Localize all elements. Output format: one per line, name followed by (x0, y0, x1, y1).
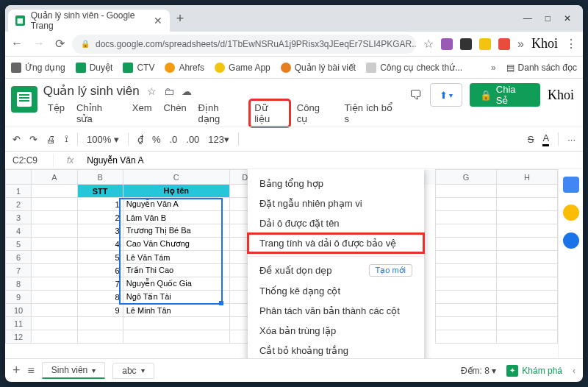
column-header[interactable]: C (123, 170, 229, 185)
currency-button[interactable]: ₫ (137, 134, 143, 145)
row-header[interactable]: 3 (6, 211, 32, 224)
tab-close-icon[interactable]: ✕ (154, 15, 162, 26)
nav-forward-button[interactable]: → (33, 37, 45, 51)
cell[interactable]: Ngô Tấn Tài (123, 291, 229, 304)
menu-item-remove-duplicates[interactable]: Xóa bản trùng lặp (248, 321, 424, 341)
row-header[interactable]: 1 (6, 185, 32, 198)
menu-item-randomize[interactable]: Đặt ngẫu nhiên phạm vi (248, 194, 424, 213)
select-all-corner[interactable] (6, 170, 32, 185)
menu-edit[interactable]: Chỉnh sửa (72, 100, 125, 127)
document-title[interactable]: Quản lý sinh viên (43, 83, 140, 99)
ext-icon-3[interactable] (479, 38, 491, 50)
cell[interactable]: 1 (77, 198, 123, 211)
zoom-select[interactable]: 100% ▾ (87, 134, 119, 145)
menu-insert[interactable]: Chèn (159, 100, 191, 127)
menu-data[interactable]: Dữ liệu (250, 100, 290, 127)
undo-button[interactable]: ↶ (12, 134, 21, 145)
cell[interactable]: 9 (77, 304, 123, 317)
row-header[interactable]: 2 (6, 198, 32, 211)
ext-icon-4[interactable] (498, 38, 510, 50)
star-icon[interactable]: ☆ (423, 37, 434, 51)
spreadsheet-grid[interactable]: A B C D G H 1STTHọ tên 21Nguyễn Văn A 32… (5, 169, 558, 358)
menu-addons[interactable]: Tiện ích bổ s (340, 100, 404, 127)
ext-icon-2[interactable] (460, 38, 472, 50)
cell[interactable]: Nguyễn Quốc Gia (123, 277, 229, 291)
column-header[interactable]: B (77, 170, 123, 185)
row-header[interactable]: 6 (6, 251, 32, 264)
row-header[interactable]: 5 (6, 238, 32, 251)
row-header[interactable]: 10 (6, 304, 32, 317)
cell[interactable]: 6 (77, 264, 123, 277)
formula-bar[interactable]: Nguyễn Văn A (87, 155, 143, 166)
name-box[interactable]: C2:C9 (10, 154, 54, 167)
menu-file[interactable]: Tệp (43, 100, 69, 127)
ext-more-icon[interactable]: » (517, 38, 524, 51)
new-tab-button[interactable]: + (170, 11, 190, 26)
cell[interactable]: Nguyễn Văn A (123, 198, 229, 211)
menu-item-protect-sheets[interactable]: Trang tính và dải ô được bảo vệ (248, 233, 424, 253)
browser-tab[interactable]: ▦ Quản lý sinh viên - Google Trang ✕ (8, 10, 170, 32)
url-input[interactable]: 🔒 docs.google.com/spreadsheets/d/1TbEwNS… (72, 35, 416, 54)
cell[interactable]: Lê Văn Tám (123, 251, 229, 264)
paint-format-button[interactable]: ⟟ (65, 133, 68, 145)
row-header[interactable]: 8 (6, 277, 32, 291)
account-avatar[interactable]: Khoi (548, 88, 574, 103)
cell[interactable]: Trương Thị Bé Ba (123, 224, 229, 238)
number-format-button[interactable]: 123▾ (208, 134, 229, 145)
window-minimize-button[interactable]: — (523, 13, 532, 24)
cell[interactable]: STT (77, 185, 123, 198)
cell[interactable]: 4 (77, 238, 123, 251)
profile-avatar[interactable]: Khoi (531, 36, 558, 52)
row-header[interactable]: 7 (6, 264, 32, 277)
bookmark-item[interactable]: CTV (123, 63, 154, 73)
sheets-logo[interactable] (11, 86, 37, 113)
cell[interactable]: Cao Văn Chương (123, 238, 229, 251)
cell[interactable]: 3 (77, 224, 123, 238)
share-button[interactable]: 🔒 Chia Sẻ (470, 83, 540, 107)
bookmark-item[interactable]: Công cụ check thứ... (366, 63, 462, 73)
cell[interactable]: Lê Minh Tân (123, 304, 229, 317)
comments-button[interactable]: 🗨 (409, 88, 423, 103)
cell[interactable]: 5 (77, 251, 123, 264)
side-panel-toggle[interactable]: ‹ (573, 366, 576, 376)
menu-item-cleanup[interactable]: Đề xuất dọn dẹpTạo mới (248, 260, 424, 281)
cell[interactable]: Trần Thi Cao (123, 264, 229, 277)
menu-format[interactable]: Định dạng (194, 100, 248, 127)
redo-button[interactable]: ↷ (29, 134, 37, 145)
explore-button[interactable]: ✦Khám phá (506, 365, 562, 377)
calendar-icon[interactable] (563, 177, 579, 193)
row-header[interactable]: 4 (6, 224, 32, 238)
menu-item-named-ranges[interactable]: Dải ô được đặt tên (248, 213, 424, 233)
browser-menu-icon[interactable]: ⋮ (565, 37, 577, 51)
window-close-button[interactable]: ✕ (564, 13, 571, 24)
reading-list[interactable]: ▤Danh sách đọc (506, 63, 577, 73)
move-icon[interactable]: 🗀 (164, 85, 174, 97)
cell[interactable]: Lâm Văn B (123, 211, 229, 224)
star-icon[interactable]: ☆ (147, 85, 157, 97)
bookmark-item[interactable]: Ahrefs (165, 63, 204, 73)
decimal-decrease-button[interactable]: .0 (169, 134, 177, 145)
window-maximize-button[interactable]: □ (545, 13, 551, 24)
percent-button[interactable]: % (152, 134, 161, 145)
cell[interactable]: 7 (77, 277, 123, 291)
text-color-button[interactable]: A (542, 132, 549, 146)
print-button[interactable]: 🖨 (46, 134, 56, 145)
create-new-button[interactable]: Tạo mới (369, 264, 413, 277)
cell[interactable]: 8 (77, 291, 123, 304)
bookmark-overflow[interactable]: » (491, 63, 496, 73)
tasks-icon[interactable] (563, 232, 579, 249)
row-header[interactable]: 11 (6, 317, 32, 330)
ext-icon-1[interactable] (441, 38, 453, 50)
bookmark-item[interactable]: Game App (215, 63, 270, 73)
decimal-increase-button[interactable]: .00 (186, 134, 199, 145)
nav-back-button[interactable]: ← (11, 37, 23, 51)
present-button[interactable]: ⬆▾ (430, 83, 462, 107)
column-header[interactable]: G (436, 170, 497, 185)
row-header[interactable]: 12 (6, 330, 32, 344)
sheet-tab[interactable]: abc▾ (112, 363, 154, 379)
bookmark-apps[interactable]: Ứng dụng (11, 63, 65, 73)
row-header[interactable]: 9 (6, 291, 32, 304)
add-sheet-button[interactable]: + (12, 363, 21, 378)
menu-item-trim-whitespace[interactable]: Cắt bỏ khoảng trắng (248, 341, 424, 358)
bookmark-item[interactable]: Quản lý bài viết (281, 63, 356, 73)
